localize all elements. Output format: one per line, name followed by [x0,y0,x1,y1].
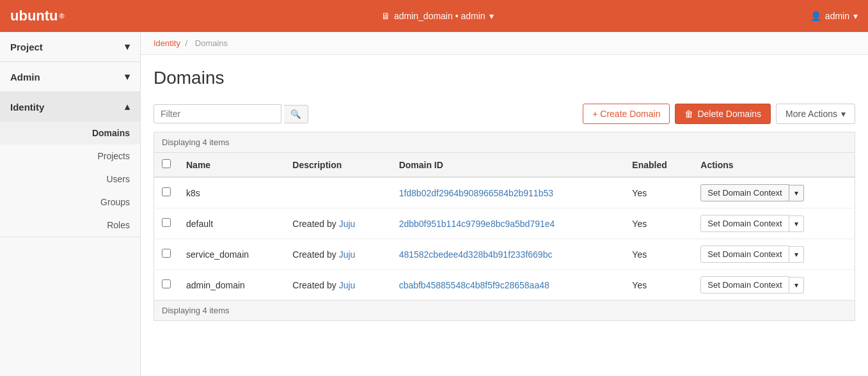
set-domain-context-button[interactable]: Set Domain Context [700,184,789,201]
row-checkbox-cell [154,270,179,301]
row-enabled: Yes [624,208,693,239]
sidebar-item-domains[interactable]: Domains [0,121,140,145]
row-checkbox-cell [154,208,179,239]
chevron-down-icon: ▾ [489,11,494,21]
row-actions: Set Domain Context ▾ [693,239,855,270]
table-container: Displaying 4 items Name Description Doma… [141,132,868,321]
filter-wrapper: 🔍 [154,104,308,123]
action-btn-group: Set Domain Context ▾ [700,276,847,294]
table-header-row: Name Description Domain ID Enabled Actio… [154,153,855,178]
domains-label: Domains [92,128,130,138]
action-dropdown-button[interactable]: ▾ [789,246,804,263]
ubuntu-logo: ubuntu® [10,8,65,24]
user-label: admin [825,11,849,21]
toolbar: 🔍 + Create Domain 🗑 Delete Domains More … [141,98,868,132]
logo-text: ubuntu [10,8,58,24]
juju-link[interactable]: Juju [339,249,356,260]
trash-icon: 🗑 [684,109,693,119]
user-chevron-icon: ▾ [853,11,858,21]
identity-chevron-icon: ▴ [125,101,130,113]
breadcrumb-separator: / [185,38,190,48]
row-name: default [178,208,285,239]
sidebar-section-identity: Identity ▴ Domains Projects Users Groups… [0,92,140,237]
delete-label: Delete Domains [697,109,761,119]
logo-sup: ® [59,12,65,20]
sidebar: Project ▾ Admin ▾ Identity ▴ Domains Pro… [0,32,141,376]
select-all-checkbox[interactable] [162,159,171,168]
sidebar-item-groups[interactable]: Groups [0,191,140,214]
domain-text: admin_domain • admin [394,11,485,21]
row-enabled: Yes [624,177,693,208]
table-row: default Created by Juju 2dbb0f951b114c97… [154,208,855,239]
action-btn-group: Set Domain Context ▾ [700,215,847,232]
sidebar-item-roles[interactable]: Roles [0,214,140,237]
sidebar-item-project[interactable]: Project ▾ [0,32,140,61]
row-description [285,177,391,208]
page-title: Domains [141,55,868,98]
row-checkbox[interactable] [162,249,171,258]
table-row: k8s 1fd8b02df2964b908966584b2b911b53 Yes… [154,177,855,208]
groups-label: Groups [100,197,130,207]
row-enabled: Yes [624,239,693,270]
table-row: admin_domain Created by Juju cbabfb45885… [154,270,855,301]
sidebar-item-projects[interactable]: Projects [0,145,140,168]
row-checkbox-cell [154,177,179,208]
search-icon: 🔍 [290,109,301,119]
juju-link[interactable]: Juju [339,280,356,290]
filter-search-button[interactable]: 🔍 [284,105,308,123]
sidebar-item-users[interactable]: Users [0,168,140,191]
create-domain-button[interactable]: + Create Domain [583,104,670,124]
layout: Project ▾ Admin ▾ Identity ▴ Domains Pro… [0,32,868,376]
project-label: Project [10,42,43,52]
row-name: admin_domain [178,270,285,301]
row-description: Created by Juju [285,270,391,301]
roles-label: Roles [107,220,130,230]
row-checkbox[interactable] [162,187,171,196]
table-row: service_domain Created by Juju 481582cbe… [154,239,855,270]
header-checkbox-cell [154,153,179,178]
header-actions: Actions [693,153,855,178]
action-dropdown-button[interactable]: ▾ [789,185,804,201]
admin-chevron-icon: ▾ [125,71,130,82]
row-domain-id: 2dbb0f951b114c9799e8bc9a5bd791e4 [391,208,625,239]
row-checkbox-cell [154,239,179,270]
set-domain-context-button[interactable]: Set Domain Context [700,215,789,232]
set-domain-context-button[interactable]: Set Domain Context [700,246,789,263]
action-btn-group: Set Domain Context ▾ [700,184,847,201]
row-name: k8s [178,177,285,208]
row-actions: Set Domain Context ▾ [693,270,855,301]
admin-label: Admin [10,72,40,82]
row-enabled: Yes [624,270,693,301]
more-actions-label: More Actions [785,109,837,119]
breadcrumb-identity-link[interactable]: Identity [154,38,180,48]
action-btn-group: Set Domain Context ▾ [700,246,847,263]
row-domain-id: 1fd8b02df2964b908966584b2b911b53 [391,177,625,208]
user-icon: 👤 [810,11,821,21]
filter-input[interactable] [154,104,281,123]
header-enabled: Enabled [624,153,693,178]
header-name: Name [178,153,285,178]
juju-link[interactable]: Juju [339,219,356,229]
row-name: service_domain [178,239,285,270]
sidebar-section-admin: Admin ▾ [0,62,140,92]
row-checkbox[interactable] [162,218,171,227]
sidebar-item-admin[interactable]: Admin ▾ [0,62,140,91]
delete-domains-button[interactable]: 🗑 Delete Domains [675,104,771,124]
users-label: Users [106,174,130,184]
displaying-count-bottom: Displaying 4 items [154,301,855,321]
sidebar-section-project: Project ▾ [0,32,140,62]
domains-table: Name Description Domain ID Enabled Actio… [154,152,855,301]
row-actions: Set Domain Context ▾ [693,177,855,208]
action-dropdown-button[interactable]: ▾ [789,215,804,232]
action-dropdown-button[interactable]: ▾ [789,277,804,294]
row-description: Created by Juju [285,239,391,270]
topbar: ubuntu® 🖥 admin_domain • admin ▾ 👤 admin… [0,0,868,32]
sidebar-item-identity[interactable]: Identity ▴ [0,92,140,121]
more-actions-button[interactable]: More Actions ▾ [776,104,855,124]
topbar-user[interactable]: 👤 admin ▾ [810,11,858,21]
breadcrumb-current: Domains [195,38,228,48]
row-checkbox[interactable] [162,279,171,288]
topbar-domain-info[interactable]: 🖥 admin_domain • admin ▾ [381,11,494,21]
set-domain-context-button[interactable]: Set Domain Context [700,276,789,294]
row-description: Created by Juju [285,208,391,239]
